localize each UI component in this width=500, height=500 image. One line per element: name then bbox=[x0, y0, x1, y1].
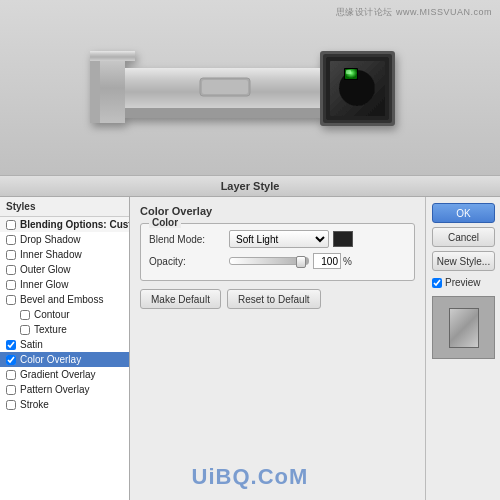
color-swatch[interactable] bbox=[333, 231, 353, 247]
style-label-1: Drop Shadow bbox=[20, 234, 81, 245]
style-checkbox-3[interactable] bbox=[6, 265, 16, 275]
style-item-0[interactable]: Blending Options: Custom bbox=[0, 217, 129, 232]
style-item-12[interactable]: Stroke bbox=[0, 397, 129, 412]
opacity-slider[interactable] bbox=[229, 257, 309, 265]
style-label-6: Contour bbox=[34, 309, 70, 320]
section-title: Color Overlay bbox=[140, 205, 415, 217]
style-checkbox-7[interactable] bbox=[20, 325, 30, 335]
dialog-body: Styles Blending Options: CustomDrop Shad… bbox=[0, 197, 500, 500]
color-group: Color Blend Mode: NormalDissolveMultiply… bbox=[140, 223, 415, 281]
svg-rect-1 bbox=[202, 80, 248, 94]
style-label-3: Outer Glow bbox=[20, 264, 71, 275]
cancel-button[interactable]: Cancel bbox=[432, 227, 495, 247]
dialog-titlebar: Layer Style bbox=[0, 175, 500, 197]
style-checkbox-12[interactable] bbox=[6, 400, 16, 410]
style-label-12: Stroke bbox=[20, 399, 49, 410]
percent-label: % bbox=[343, 256, 352, 267]
preview-label: Preview bbox=[445, 277, 481, 288]
style-checkbox-6[interactable] bbox=[20, 310, 30, 320]
style-label-0: Blending Options: Custom bbox=[20, 219, 130, 230]
style-item-10[interactable]: Gradient Overlay bbox=[0, 367, 129, 382]
make-default-button[interactable]: Make Default bbox=[140, 289, 221, 309]
style-checkbox-4[interactable] bbox=[6, 280, 16, 290]
dialog-background: Layer Style Styles Blending Options: Cus… bbox=[0, 175, 500, 500]
styles-panel: Styles Blending Options: CustomDrop Shad… bbox=[0, 197, 130, 500]
style-label-7: Texture bbox=[34, 324, 67, 335]
ok-button[interactable]: OK bbox=[432, 203, 495, 223]
style-item-2[interactable]: Inner Shadow bbox=[0, 247, 129, 262]
opacity-row: Opacity: % bbox=[149, 253, 406, 269]
style-item-6[interactable]: Contour bbox=[0, 307, 129, 322]
new-style-button[interactable]: New Style... bbox=[432, 251, 495, 271]
button-row: Make Default Reset to Default bbox=[140, 289, 415, 309]
style-checkbox-2[interactable] bbox=[6, 250, 16, 260]
style-item-5[interactable]: Bevel and Emboss bbox=[0, 292, 129, 307]
style-item-4[interactable]: Inner Glow bbox=[0, 277, 129, 292]
preview-box bbox=[432, 296, 495, 359]
style-item-9[interactable]: Color Overlay bbox=[0, 352, 129, 367]
preview-inner bbox=[449, 308, 479, 348]
image-area: 思缘设计论坛 www.MISSVUAN.com bbox=[0, 0, 500, 175]
dialog-title: Layer Style bbox=[221, 180, 280, 192]
blend-mode-select[interactable]: NormalDissolveMultiplyScreenOverlaySoft … bbox=[229, 230, 329, 248]
uibq-text: UiBQ.CoM bbox=[192, 464, 309, 489]
blend-mode-label: Blend Mode: bbox=[149, 234, 229, 245]
styles-header: Styles bbox=[0, 197, 129, 217]
style-item-3[interactable]: Outer Glow bbox=[0, 262, 129, 277]
right-panel: OK Cancel New Style... Preview bbox=[425, 197, 500, 500]
style-item-8[interactable]: Satin bbox=[0, 337, 129, 352]
style-label-9: Color Overlay bbox=[20, 354, 81, 365]
style-checkbox-1[interactable] bbox=[6, 235, 16, 245]
style-label-10: Gradient Overlay bbox=[20, 369, 96, 380]
style-label-4: Inner Glow bbox=[20, 279, 68, 290]
uibq-watermark: UiBQ.CoM bbox=[192, 464, 309, 490]
style-checkbox-11[interactable] bbox=[6, 385, 16, 395]
reset-default-button[interactable]: Reset to Default bbox=[227, 289, 321, 309]
opacity-input[interactable] bbox=[313, 253, 341, 269]
slider-thumb[interactable] bbox=[296, 256, 306, 268]
style-label-8: Satin bbox=[20, 339, 43, 350]
styles-list: Blending Options: CustomDrop ShadowInner… bbox=[0, 217, 129, 412]
style-label-2: Inner Shadow bbox=[20, 249, 82, 260]
style-label-5: Bevel and Emboss bbox=[20, 294, 103, 305]
style-item-11[interactable]: Pattern Overlay bbox=[0, 382, 129, 397]
style-checkbox-5[interactable] bbox=[6, 295, 16, 305]
style-label-11: Pattern Overlay bbox=[20, 384, 89, 395]
style-checkbox-10[interactable] bbox=[6, 370, 16, 380]
style-item-7[interactable]: Texture bbox=[0, 322, 129, 337]
watermark-text: 思缘设计论坛 www.MISSVUAN.com bbox=[336, 6, 492, 19]
style-checkbox-9[interactable] bbox=[6, 355, 16, 365]
style-checkbox-8[interactable] bbox=[6, 340, 16, 350]
opacity-label: Opacity: bbox=[149, 256, 229, 267]
style-checkbox-0[interactable] bbox=[6, 220, 16, 230]
style-item-1[interactable]: Drop Shadow bbox=[0, 232, 129, 247]
group-title: Color bbox=[149, 217, 181, 228]
preview-checkbox[interactable] bbox=[432, 278, 442, 288]
main-panel: Color Overlay Color Blend Mode: NormalDi… bbox=[130, 197, 425, 500]
camera-part-svg bbox=[80, 23, 420, 153]
blend-mode-row: Blend Mode: NormalDissolveMultiplyScreen… bbox=[149, 230, 406, 248]
svg-rect-10 bbox=[346, 70, 351, 74]
preview-row: Preview bbox=[432, 277, 494, 288]
